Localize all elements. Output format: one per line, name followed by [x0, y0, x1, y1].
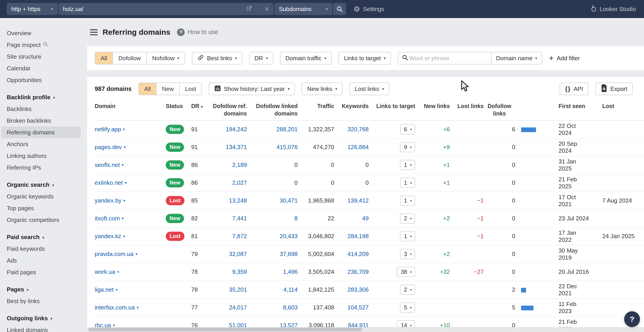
domain-link[interactable]: liga.net▾ [95, 286, 118, 293]
sidebar-item-site-structure[interactable]: Site structure [1, 51, 81, 62]
dofollow-linked-domains-link[interactable]: 415,076 [276, 144, 298, 150]
dofollow-linked-domains-link[interactable]: 37,698 [280, 250, 298, 257]
keywords-link[interactable]: 104,527 [348, 304, 369, 311]
dofollow-ref-domains-link[interactable]: 7,872 [232, 233, 247, 240]
keywords-link[interactable]: 49 [362, 215, 369, 222]
best-links-filter-button[interactable]: Best links ▾ [192, 52, 242, 64]
sidebar-item-linked-domains[interactable]: Linked domains [1, 324, 81, 332]
links-to-target-select[interactable]: 1▾ [400, 178, 415, 188]
sidebar-item-calendar[interactable]: Calendar [1, 62, 81, 74]
help-button[interactable]: ? [624, 311, 640, 327]
dofollow-ref-domains-link[interactable]: 9,359 [232, 268, 247, 275]
col-dofollow-linked-domains[interactable]: Dofollow linked domains [247, 102, 298, 117]
dofollow-ref-domains-link[interactable]: 194,242 [226, 126, 247, 132]
export-button[interactable]: Export [595, 82, 633, 95]
horizontal-scrollbar[interactable] [87, 327, 644, 332]
domain-link[interactable]: pages.dev▾ [95, 144, 126, 151]
sidebar-item-organic-keywords[interactable]: Organic keywords [1, 190, 81, 202]
looker-studio-button[interactable]: Looker Studio [590, 5, 636, 14]
tab-all[interactable]: All [95, 52, 112, 64]
links-to-target-select[interactable]: 1▾ [400, 160, 415, 170]
col-traffic[interactable]: Traffic [298, 102, 334, 110]
domain-link[interactable]: pravda.com.ua▾ [95, 250, 137, 258]
domain-link[interactable]: exlinko.net▾ [95, 179, 126, 186]
col-links-to-target[interactable]: Links to target [369, 102, 420, 110]
sidebar-item-linking-authors[interactable]: Linking authors [1, 150, 81, 162]
links-to-target-select[interactable]: 1▾ [400, 196, 415, 206]
sidebar-item-referring-ips[interactable]: Referring IPs [1, 162, 81, 174]
sidebar-group-outgoing-links[interactable]: Outgoing links▴ [0, 312, 87, 324]
keywords-link[interactable]: 414,209 [348, 250, 369, 257]
sidebar-group-organic-search[interactable]: Organic search▴ [0, 179, 87, 190]
domain-link[interactable]: yandex.kz▾ [95, 233, 125, 240]
sidebar-group-backlink-profile[interactable]: Backlink profile▴ [0, 91, 87, 103]
col-first-seen[interactable]: First seen [540, 102, 590, 110]
clear-url-icon[interactable]: × [264, 5, 269, 13]
keywords-link[interactable]: 126,884 [348, 144, 369, 150]
sidebar-item-best-by-links[interactable]: Best by links [1, 295, 81, 307]
tab-dofollow[interactable]: Dofollow [112, 52, 146, 64]
col-dr[interactable]: DR ▾ [190, 102, 208, 110]
tab-new[interactable]: New [156, 83, 179, 95]
sidebar-group-pages[interactable]: Pages▴ [0, 284, 87, 295]
sidebar-item-anchors[interactable]: Anchors [1, 138, 81, 150]
dofollow-ref-domains-link[interactable]: 13,248 [229, 197, 247, 204]
target-url-input[interactable]: holz.ua/ × [58, 3, 274, 15]
dofollow-ref-domains-link[interactable]: 32,087 [229, 250, 247, 257]
links-to-target-select[interactable]: 9▾ [400, 142, 415, 152]
dofollow-ref-domains-link[interactable]: 134,371 [226, 144, 247, 150]
open-external-icon[interactable] [246, 5, 252, 13]
menu-icon[interactable] [90, 28, 98, 37]
sidebar-item-referring-domains[interactable]: Referring domains [1, 126, 81, 138]
word-or-phrase-input[interactable] [409, 55, 491, 62]
links-to-target-select[interactable]: 38▾ [397, 267, 415, 277]
col-domain[interactable]: Domain [95, 102, 164, 110]
sidebar-item-backlinks[interactable]: Backlinks [1, 103, 81, 115]
scope-select[interactable]: Subdomains ▾ [274, 3, 332, 15]
links-to-target-select[interactable]: 3▾ [400, 249, 415, 259]
dofollow-ref-domains-link[interactable]: 2,189 [232, 162, 247, 168]
dofollow-linked-domains-link[interactable]: 1,496 [283, 268, 298, 275]
how-to-use-link[interactable]: ? How to use [177, 28, 218, 36]
dofollow-linked-domains-link[interactable]: 288,201 [276, 126, 298, 132]
dofollow-linked-domains-link[interactable]: 4,114 [284, 286, 298, 293]
protocol-mode-select[interactable]: http + https ▾ [7, 3, 58, 15]
keywords-link[interactable]: 284,198 [348, 233, 369, 240]
sidebar-item-top-pages[interactable]: Top pages [1, 202, 81, 214]
lost-links-button[interactable]: Lost links▾ [349, 82, 390, 95]
domain-link[interactable]: yandex.by▾ [95, 197, 125, 204]
domain-link[interactable]: netlify.app▾ [95, 126, 125, 133]
dofollow-linked-domains-link[interactable]: 30,471 [280, 197, 298, 204]
col-lost[interactable]: Lost [590, 102, 644, 110]
sidebar-item-page-inspect[interactable]: Page inspect [1, 39, 81, 51]
new-links-button[interactable]: New links▾ [302, 82, 342, 95]
col-status[interactable]: Status [164, 102, 190, 110]
dofollow-ref-domains-link[interactable]: 2,027 [232, 179, 247, 186]
search-mode-select[interactable]: Domain name▾ [492, 55, 542, 62]
tab-lost[interactable]: Lost [179, 83, 202, 95]
sidebar-item-broken-backlinks[interactable]: Broken backlinks [1, 115, 81, 126]
keywords-link[interactable]: 139,412 [348, 197, 369, 204]
dofollow-ref-domains-link[interactable]: 24,017 [229, 304, 247, 311]
show-history-button[interactable]: Show history: Last year ▾ [209, 82, 295, 95]
links-to-target-select[interactable]: 5▾ [400, 302, 415, 312]
dofollow-linked-domains-link[interactable]: 8 [294, 215, 298, 222]
settings-button[interactable]: ⚙ Settings [354, 6, 384, 13]
scrollbar-thumb[interactable] [88, 328, 362, 331]
links-to-target-select[interactable]: 2▾ [400, 285, 415, 295]
tab-all[interactable]: All [139, 83, 156, 95]
domain-link[interactable]: itxoft.com▾ [95, 215, 124, 222]
sidebar-item-opportunities[interactable]: Opportunities [1, 74, 81, 86]
domain-link[interactable]: seoflx.net▾ [95, 162, 124, 168]
col-dofollow-ref-domains[interactable]: Dofollow ref. domains [208, 102, 247, 117]
add-filter-button[interactable]: + Add filter [549, 54, 580, 62]
col-dofollow-links[interactable]: Dofollow links [484, 102, 515, 117]
sidebar-group-paid-search[interactable]: Paid search▴ [0, 231, 87, 243]
col-keywords[interactable]: Keywords [334, 102, 369, 110]
search-button[interactable] [333, 3, 346, 15]
sidebar-item-ads[interactable]: Ads [1, 255, 81, 266]
keywords-link[interactable]: 236,709 [348, 268, 369, 275]
keywords-link[interactable]: 320,768 [348, 126, 369, 132]
dofollow-ref-domains-link[interactable]: 35,201 [229, 286, 247, 293]
api-button[interactable]: {}API [560, 82, 588, 95]
